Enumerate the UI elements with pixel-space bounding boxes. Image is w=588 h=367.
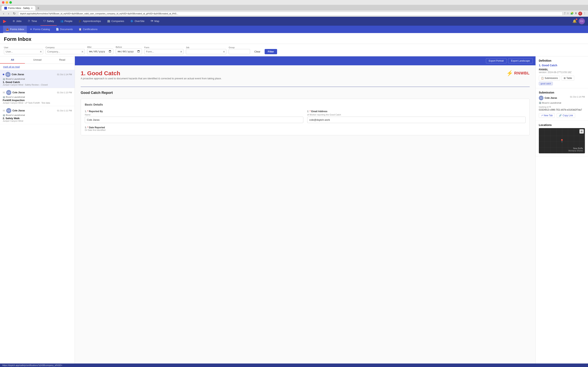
- field-number: 3.: [85, 126, 87, 129]
- export-portrait-button[interactable]: Export Portrait: [486, 58, 507, 63]
- nav-item-companies[interactable]: 🏢 Companies: [104, 17, 127, 26]
- safety-icon: 🛡: [43, 20, 46, 23]
- sub-nav-forms-inbox[interactable]: 📥 Forms Inbox: [3, 26, 27, 33]
- inbox-time: 01 Oct 1:11 PM: [57, 109, 72, 112]
- forward-button[interactable]: ›: [7, 11, 10, 16]
- nav-item-apprenticeships[interactable]: 🎓 Apprenticeships: [76, 17, 104, 26]
- company-filter-input[interactable]: [45, 49, 85, 54]
- list-item[interactable]: CJ Cole Jiaras 01 Oct 1:14 PM 🏢 Bruce's …: [0, 70, 75, 88]
- notifications-bell[interactable]: 🔔: [572, 19, 577, 23]
- table-button[interactable]: ⊞ Table: [562, 76, 574, 81]
- fullscreen-button[interactable]: [9, 1, 12, 4]
- sub-nav-forms-catalog[interactable]: ✕ Forms Catalog: [27, 26, 52, 33]
- browser-chrome: [0, 0, 588, 5]
- status-url: https://dsptch.app/safety/certifications…: [2, 364, 62, 367]
- reported-by-label: 1. * Reported By: [85, 110, 303, 113]
- map-placeholder[interactable]: ⊞ 📍 New Buffa Michiana Shores: [539, 128, 585, 153]
- nav-item-safety[interactable]: 🛡 Safety: [41, 17, 57, 26]
- menu-icon[interactable]: ⋮: [583, 12, 586, 16]
- reported-by-field: 1. * Reported By Name: [85, 110, 303, 123]
- field-label-text: Date Reported: [89, 126, 105, 129]
- form-divider: [81, 87, 530, 87]
- export-landscape-button[interactable]: Export Landscape: [508, 58, 533, 63]
- form-filter-clear[interactable]: ✕: [180, 50, 182, 53]
- group-filter-select[interactable]: [229, 49, 250, 54]
- map-icon: 🗺: [151, 20, 153, 23]
- submissions-button[interactable]: 📋 Submissions: [539, 76, 560, 81]
- tracking-label: tracking id ⧉: [539, 106, 585, 108]
- traffic-lights: [2, 1, 12, 4]
- inbox-subject: 2. Safety Walk: [3, 117, 72, 120]
- email-input[interactable]: [307, 117, 526, 123]
- user-filter-clear[interactable]: ✕: [40, 50, 42, 53]
- after-filter-input[interactable]: [87, 49, 113, 54]
- mark-read-bar: mark all as read: [0, 64, 75, 70]
- before-filter-label: Before: [116, 46, 142, 48]
- read-icon: ✉: [3, 91, 5, 94]
- extensions-icon[interactable]: 🧩: [570, 12, 574, 16]
- back-button[interactable]: ‹: [2, 11, 5, 16]
- nav-item-people[interactable]: 👥 People: [58, 17, 75, 26]
- submissions-icon: 📋: [541, 77, 544, 80]
- section-title: Good Catch Report: [81, 91, 530, 95]
- nav-item-jobs-label: Jobs: [16, 20, 21, 23]
- reload-button[interactable]: ↻: [12, 11, 17, 16]
- field-sublabel: Name: [85, 114, 303, 116]
- browser-tab-active[interactable]: Forms Inbox · Safety ✕: [1, 6, 35, 10]
- nav-item-jobs[interactable]: ⚙ Jobs: [10, 17, 24, 26]
- nav-item-time[interactable]: ⏱ Time: [25, 17, 40, 26]
- new-tab-button[interactable]: +: [36, 6, 41, 10]
- list-item[interactable]: ✉ CJ Cole Jiaras 01 Oct 1:11 PM 🏢 Bruce'…: [0, 106, 75, 124]
- tab-read[interactable]: Read: [50, 56, 75, 64]
- user-profile-icon[interactable]: C: [578, 12, 582, 16]
- list-item[interactable]: ✉ CJ Cole Jiaras 01 Oct 1:13 PM 🏢 Bruce'…: [0, 88, 75, 106]
- submission-section: Submission CJ Cole Jiaras 01 Oct 1:14 PM…: [536, 88, 588, 121]
- apprenticeships-icon: 🎓: [79, 20, 82, 23]
- sub-nav-documents[interactable]: 📄 Documents: [53, 26, 76, 33]
- user-filter-label: User: [4, 46, 43, 49]
- page-header: Form Inbox: [0, 33, 588, 44]
- sub-nav-documents-label: Documents: [60, 28, 73, 31]
- share-icon[interactable]: ⤴: [564, 12, 565, 16]
- inbox-item-user: ✉ CJ Cole Jiaras: [3, 90, 25, 95]
- copy-link-label: Copy Link: [563, 114, 573, 117]
- tab-close-button[interactable]: ✕: [31, 7, 33, 9]
- forms-inbox-icon: 📥: [6, 28, 9, 31]
- map-expand-button[interactable]: ⊞: [580, 129, 584, 133]
- bookmark-icon[interactable]: ☆: [567, 12, 569, 16]
- nav-item-map[interactable]: 🗺 Map: [148, 17, 162, 26]
- nav-item-oversite[interactable]: 🔷 OverSite: [127, 17, 147, 26]
- lightning-icon: ⚡: [506, 70, 513, 76]
- mark-all-read-link[interactable]: mark all as read: [3, 66, 20, 68]
- export-bar: Export Portrait Export Landscape: [75, 56, 536, 65]
- companies-icon: 🏢: [107, 20, 110, 23]
- email-label: 2. * Email Address: [307, 110, 526, 113]
- map-label-michiana: Michiana Shores: [569, 150, 583, 152]
- form-filter-input[interactable]: [144, 49, 184, 54]
- sub-nav-certifications[interactable]: 📋 Certifications: [76, 26, 100, 33]
- sub-nav: 📥 Forms Inbox ✕ Forms Catalog 📄 Document…: [0, 26, 588, 33]
- jobs-icon: ⚙: [13, 20, 15, 23]
- address-input[interactable]: [18, 12, 563, 16]
- filter-button[interactable]: Filter: [265, 49, 277, 54]
- before-filter-input[interactable]: [116, 49, 142, 54]
- user-filter-input[interactable]: [4, 49, 43, 54]
- close-button[interactable]: [2, 1, 4, 4]
- tab-unread[interactable]: Unread: [25, 56, 50, 64]
- avatar: CJ: [5, 72, 10, 77]
- app-logo[interactable]: ▶: [3, 19, 6, 24]
- clear-button[interactable]: Clear: [252, 49, 262, 54]
- reported-by-input[interactable]: [85, 117, 303, 123]
- copy-link-button[interactable]: 🔗 Copy Link: [557, 113, 575, 118]
- user-avatar[interactable]: CJ: [579, 18, 585, 24]
- minimize-button[interactable]: [6, 1, 8, 4]
- tab-all[interactable]: All: [0, 56, 25, 64]
- field-label-text: Email Address: [311, 110, 328, 113]
- download-icon[interactable]: ⬇: [575, 12, 577, 16]
- job-filter-input[interactable]: Demo Job for Arcade×: [186, 49, 226, 54]
- company-filter-clear[interactable]: ✕: [81, 50, 84, 53]
- forms-catalog-icon: ✕: [30, 28, 32, 31]
- copy-tracking-icon[interactable]: ⧉: [549, 106, 551, 108]
- new-tab-link[interactable]: ↗ New Tab: [539, 113, 555, 118]
- job-filter-clear[interactable]: ✕: [223, 50, 225, 53]
